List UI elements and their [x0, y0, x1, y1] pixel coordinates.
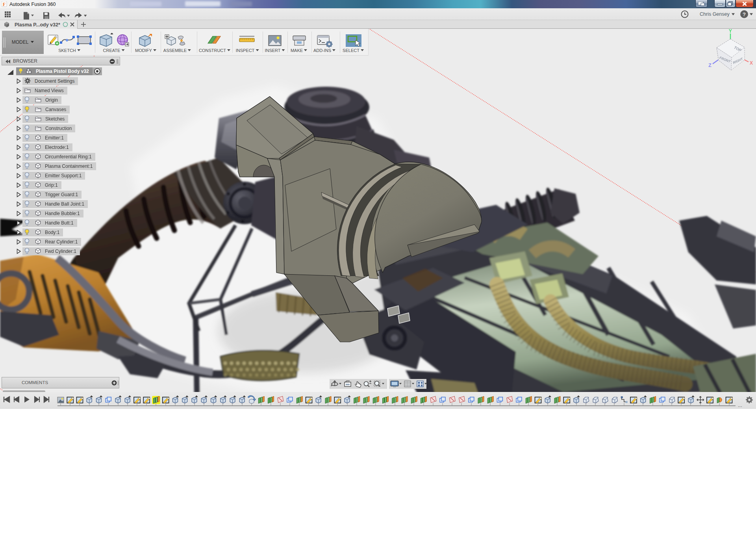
svg-text:...: ... [738, 402, 742, 408]
svg-text:Z: Z [708, 63, 712, 68]
svg-text:?: ? [743, 11, 746, 17]
svg-text:Plasma P...ody v32*: Plasma P...ody v32* [15, 22, 60, 28]
svg-text:Y: Y [729, 29, 732, 34]
svg-text:Autodesk Fusion 360: Autodesk Fusion 360 [9, 2, 56, 7]
svg-text:F: F [3, 2, 6, 7]
svg-text:X: X [750, 60, 753, 66]
svg-text:Chris Gensey: Chris Gensey [700, 11, 730, 17]
